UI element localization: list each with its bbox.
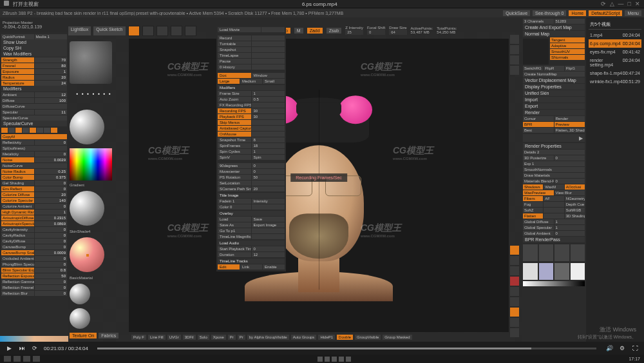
prop-reflection-blur[interactable]: Reflection Blur: [1, 291, 34, 296]
rp-import[interactable]: Import: [523, 97, 585, 103]
stroke-dots-icon[interactable]: [70, 86, 112, 106]
ngeom-btn[interactable]: NGeometry: [565, 196, 585, 201]
normalmap-hdr[interactable]: Normal Map: [523, 31, 585, 37]
tray-icon[interactable]: [317, 357, 323, 362]
bb-3dfil[interactable]: 3DFil: [183, 335, 196, 340]
val[interactable]: 0.8: [35, 268, 68, 273]
mp-save[interactable]: Save: [252, 217, 285, 222]
snormals-btn[interactable]: SNormals: [550, 55, 585, 60]
bb-pr[interactable]: Pr: [238, 335, 245, 340]
prop-3d-posterize[interactable]: 3D Posterize: [523, 155, 554, 161]
bb-line-fill[interactable]: Line Fill: [148, 335, 166, 340]
title-image-hdr[interactable]: Title Image: [218, 193, 285, 198]
tracks-hdr[interactable]: TimeLine Tracks: [218, 259, 285, 264]
playlist-item[interactable]: shape-fix-1.mp400:47:24: [589, 69, 641, 77]
task-app-3[interactable]: [33, 356, 40, 362]
val[interactable]: 0: [35, 239, 68, 244]
move-button[interactable]: [510, 287, 519, 296]
bb-groupvisible[interactable]: GroupVisible: [355, 335, 381, 340]
wax-hdr[interactable]: Wax Modifiers: [1, 51, 67, 57]
mp-30[interactable]: 30: [252, 114, 285, 119]
val[interactable]: 11: [35, 110, 68, 115]
prop-ambient[interactable]: Ambient: [1, 92, 34, 97]
fibers-btn[interactable]: Fibers: [523, 196, 543, 201]
prop-anisotropicspecular[interactable]: AnisotropicSpecular: [1, 221, 34, 226]
mp-fx-recording-fps[interactable]: FX Recording FPS: [218, 103, 251, 108]
render-hdr[interactable]: Render: [523, 110, 585, 115]
create-normalmap-btn[interactable]: Create NormalMap: [523, 72, 585, 77]
persp-toggle[interactable]: [510, 246, 519, 255]
mp-go-to-p1[interactable]: Go To p1: [218, 228, 251, 233]
prop-colorize-ambient[interactable]: Colorize Ambient: [1, 204, 34, 209]
prop-materials-blend-radius[interactable]: Materials Blend-Radius: [523, 179, 554, 184]
mp-[interactable]: [252, 120, 285, 125]
brush-preview[interactable]: [70, 41, 112, 84]
val[interactable]: 1: [554, 225, 585, 230]
clock[interactable]: 17:17: [629, 357, 640, 361]
prop-canvasbump-scale[interactable]: CanvasBump Scale: [1, 250, 34, 255]
val[interactable]: 1: [35, 69, 68, 74]
mp-[interactable]: [252, 53, 285, 58]
alpha-preview[interactable]: [70, 110, 104, 144]
mp-recording-fps[interactable]: Recording FPS: [218, 108, 251, 113]
task-app-1[interactable]: [14, 356, 21, 362]
prop-colorize-specular[interactable]: Colorize Specular: [1, 198, 34, 203]
bb-by-alpha-groupvisible[interactable]: by Alpha GroupVisible: [247, 335, 289, 340]
mp-[interactable]: [252, 181, 285, 186]
val[interactable]: 0: [35, 152, 68, 157]
mp-frame-size[interactable]: Frame Size: [218, 91, 251, 96]
local-toggle[interactable]: [510, 266, 519, 275]
bb-solo[interactable]: Solo: [198, 335, 209, 340]
mp-8[interactable]: 8: [252, 137, 285, 142]
zsub-toggle[interactable]: Zsub: [327, 28, 342, 34]
mp-0[interactable]: 0: [252, 163, 285, 168]
quickportrait-hdr[interactable]: QuickPortrait: [1, 34, 34, 39]
doc-button[interactable]: Doc: [218, 73, 251, 78]
flipr-btn[interactable]: FlipR: [544, 66, 564, 71]
frame-button[interactable]: [510, 277, 519, 286]
prop-blinn-specular-exponent[interactable]: Blinn Specular Exponent: [1, 268, 34, 273]
mp-20[interactable]: 20: [252, 186, 285, 191]
mp-scamera-path-smooth[interactable]: SCamera Path Smooth: [218, 186, 251, 191]
load-movie-button[interactable]: Load Movie: [218, 27, 261, 32]
start-button[interactable]: [4, 356, 11, 362]
mp-load[interactable]: Load: [218, 217, 251, 222]
pass-thumb-4[interactable]: [571, 244, 585, 261]
bb-hidep1[interactable]: HideP1: [318, 335, 335, 340]
scale-mode-icon[interactable]: [171, 26, 182, 36]
media-hdr[interactable]: Media 1: [35, 34, 68, 39]
copysh-hdr[interactable]: Copy SH: [1, 45, 67, 51]
prop-reflection-gamma[interactable]: Reflection Gamma: [1, 279, 34, 284]
prop-noisecurve[interactable]: NoiseCurve: [1, 163, 67, 168]
val[interactable]: 20: [35, 192, 68, 197]
bell-icon[interactable]: △: [610, 1, 614, 7]
playlist-item[interactable]: 1.mp400:24:04: [589, 31, 641, 39]
mp-[interactable]: [252, 228, 285, 233]
val[interactable]: 0.0869: [35, 221, 68, 226]
render-props-hdr[interactable]: Render Properties: [523, 143, 585, 149]
mp-skip-menus[interactable]: Skip Menus: [218, 120, 251, 125]
volume-icon[interactable]: 🔊: [605, 344, 613, 352]
depthcue-btn[interactable]: Depth Cue: [565, 202, 585, 207]
export-map-hdr[interactable]: Create And Export Map: [523, 25, 585, 30]
tray-icon[interactable]: [339, 357, 344, 362]
prop-global-ambient[interactable]: Global Ambient: [523, 231, 554, 236]
tray-icon[interactable]: [332, 357, 337, 362]
val[interactable]: 0: [35, 291, 68, 296]
prop-spl(softness)[interactable]: Spl(softness): [1, 146, 67, 151]
vp-btn-a[interactable]: [510, 318, 519, 327]
flatten-btn[interactable]: Flatten: [523, 213, 543, 219]
details-slider[interactable]: Details 2: [523, 150, 585, 155]
prop-specularcurve[interactable]: SpecularCurve: [1, 115, 67, 121]
quicksave-button[interactable]: QuickSave: [503, 10, 530, 16]
prop-fresnel[interactable]: Fresnel: [1, 63, 34, 68]
playlist-item[interactable]: wrinkle-fix1.mp400:51:29: [589, 77, 641, 86]
normalmap-thumb[interactable]: [523, 39, 549, 64]
softrgb-btn[interactable]: SoftRGB: [565, 208, 585, 213]
mp-antialiased-capture[interactable]: Antialiased Capture: [218, 126, 251, 131]
prop-high-dynamic-range[interactable]: High Dynamic Range: [1, 210, 34, 215]
zintensity-value[interactable]: 25: [345, 30, 363, 35]
pass-thumb-6[interactable]: [539, 263, 554, 280]
rp-unified-skin[interactable]: Unified Skin: [523, 90, 585, 96]
mp-spinv[interactable]: SpinV: [218, 155, 251, 160]
